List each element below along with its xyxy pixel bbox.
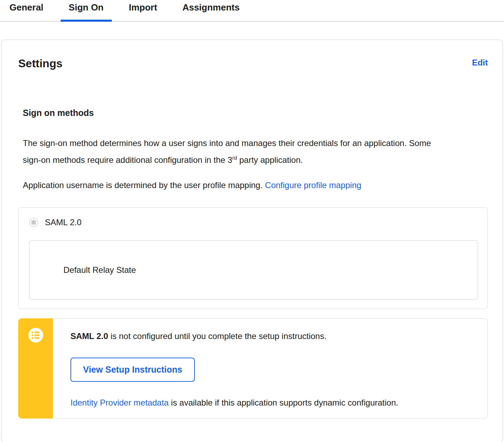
default-relay-state-label: Default Relay State <box>63 265 136 275</box>
settings-card-header: Settings Edit <box>18 56 488 70</box>
username-mapping-description: Application username is determined by th… <box>23 177 488 194</box>
callout-message: SAML 2.0 is not configured until you com… <box>70 330 474 342</box>
metadata-line: Identity Provider metadata is available … <box>70 397 474 409</box>
callout-warning-stripe <box>18 318 53 419</box>
list-icon <box>28 327 43 343</box>
tab-sign-on[interactable]: Sign On <box>61 0 112 21</box>
sign-on-methods-description: The sign-on method determines how a user… <box>23 135 436 168</box>
saml-method-box: SAML 2.0 Default Relay State <box>18 207 488 309</box>
sign-on-methods-heading: Sign on methods <box>23 107 488 119</box>
description-text-end: party application. <box>237 155 303 165</box>
view-setup-instructions-button[interactable]: View Setup Instructions <box>70 358 195 382</box>
description-superscript: rd <box>232 155 237 161</box>
app-tab-bar: General Sign On Import Assignments <box>0 0 504 22</box>
identity-provider-metadata-link[interactable]: Identity Provider metadata <box>70 398 169 407</box>
tab-import[interactable]: Import <box>121 0 165 21</box>
callout-message-text: is not configured until you complete the… <box>108 331 327 341</box>
settings-title: Settings <box>18 56 62 70</box>
edit-link[interactable]: Edit <box>472 56 488 69</box>
relay-state-fieldset: Default Relay State <box>29 240 478 300</box>
setup-callout: SAML 2.0 is not configured until you com… <box>18 318 488 419</box>
username-mapping-text: Application username is determined by th… <box>23 180 265 190</box>
settings-card: Settings Edit Sign on methods The sign-o… <box>1 40 503 442</box>
saml-radio-row: SAML 2.0 <box>29 217 478 227</box>
configure-profile-mapping-link[interactable]: Configure profile mapping <box>265 180 361 190</box>
tab-assignments[interactable]: Assignments <box>174 0 247 21</box>
callout-message-bold: SAML 2.0 <box>70 331 108 341</box>
metadata-text: is available if this application support… <box>169 398 398 407</box>
saml-radio-label[interactable]: SAML 2.0 <box>45 217 82 227</box>
tab-general[interactable]: General <box>1 0 52 21</box>
description-text: The sign-on method determines how a user… <box>23 138 431 165</box>
saml-radio-button[interactable] <box>29 218 38 227</box>
